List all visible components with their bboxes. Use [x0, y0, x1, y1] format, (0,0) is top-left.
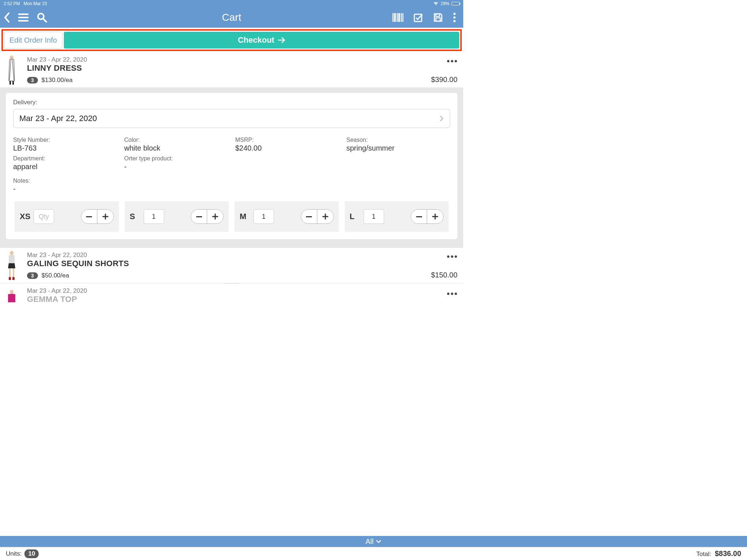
action-row-highlight: Edit Order Info Checkout — [1, 29, 462, 51]
color-value: white block — [124, 144, 228, 152]
qty-input[interactable]: 1 — [253, 209, 274, 224]
product-more-icon[interactable]: ••• — [447, 252, 458, 262]
svg-rect-25 — [9, 277, 11, 280]
season-value: spring/summer — [347, 144, 450, 152]
qty-badge: 3 — [27, 272, 38, 279]
product-dates: Mar 23 - Apr 22, 2020 — [27, 287, 458, 295]
svg-rect-19 — [416, 216, 422, 217]
status-date: Mon Mar 23 — [24, 1, 47, 6]
department-value: apparel — [13, 163, 117, 171]
barcode-icon[interactable] — [392, 13, 403, 22]
checkout-label: Checkout — [238, 35, 274, 45]
product-thumbnail — [2, 55, 21, 85]
status-time: 2:52 PM — [4, 1, 20, 6]
svg-rect-21 — [432, 216, 438, 217]
wifi-icon — [433, 2, 438, 5]
svg-rect-13 — [196, 216, 202, 217]
svg-rect-15 — [212, 216, 218, 217]
svg-rect-1 — [414, 14, 422, 22]
qty-stepper — [191, 209, 224, 224]
product-details-panel: Delivery: Mar 23 - Apr 22, 2020 Style Nu… — [0, 88, 463, 248]
product-more-icon[interactable]: ••• — [447, 289, 458, 299]
plus-button[interactable] — [97, 210, 113, 223]
plus-button[interactable] — [207, 210, 223, 223]
minus-button[interactable] — [301, 210, 317, 223]
size-box-xs: XS Qty — [15, 201, 119, 232]
svg-point-5 — [453, 16, 456, 19]
arrow-right-icon — [278, 37, 285, 43]
product-dates: Mar 23 - Apr 22, 2020 — [27, 56, 458, 63]
notes-value: - — [13, 185, 450, 193]
svg-rect-12 — [102, 216, 108, 217]
size-box-m: M 1 — [235, 201, 339, 232]
product-total: $390.00 — [431, 75, 457, 84]
order-type-value: - — [124, 163, 228, 171]
delivery-select[interactable]: Mar 23 - Apr 22, 2020 — [13, 109, 450, 128]
size-box-s: S 1 — [125, 201, 229, 232]
svg-rect-9 — [12, 81, 14, 85]
checkbox-icon[interactable] — [414, 13, 423, 22]
svg-rect-10 — [86, 216, 92, 217]
minus-button[interactable] — [191, 210, 207, 223]
msrp-label: MSRP: — [235, 137, 339, 143]
plus-button[interactable] — [317, 210, 333, 223]
svg-rect-2 — [436, 14, 440, 16]
product-row[interactable]: Mar 23 - Apr 22, 2020 GEMMA TOP ••• — [0, 285, 463, 304]
search-icon[interactable] — [36, 12, 47, 23]
svg-point-6 — [453, 20, 456, 22]
product-thumbnail — [2, 250, 21, 281]
status-bar: 2:52 PM Mon Mar 23 29% — [0, 0, 463, 7]
qty-input[interactable]: 1 — [364, 209, 384, 224]
size-box-l: L 1 — [345, 201, 449, 232]
qty-input[interactable]: Qty — [34, 209, 54, 224]
battery-percent: 29% — [441, 1, 449, 6]
more-icon[interactable] — [453, 12, 456, 23]
battery-icon — [452, 2, 460, 5]
department-label: Department: — [13, 155, 117, 162]
product-total: $150.00 — [431, 271, 457, 279]
chevron-right-icon — [440, 115, 444, 122]
minus-button[interactable] — [411, 210, 427, 223]
product-dates: Mar 23 - Apr 22, 2020 — [27, 252, 458, 259]
svg-rect-18 — [322, 216, 328, 217]
product-row[interactable]: Mar 23 - Apr 22, 2020 LINNY DRESS 3 $130… — [0, 52, 463, 88]
delivery-label: Delivery: — [13, 99, 450, 106]
svg-rect-24 — [13, 268, 14, 277]
checkout-button[interactable]: Checkout — [64, 32, 459, 48]
size-label: S — [130, 212, 139, 221]
svg-point-27 — [10, 290, 13, 294]
svg-point-22 — [10, 251, 13, 255]
order-type-label: Orter type product: — [124, 155, 228, 162]
color-label: Color: — [124, 137, 228, 143]
save-icon[interactable] — [433, 13, 443, 22]
delivery-value: Mar 23 - Apr 22, 2020 — [19, 114, 97, 123]
menu-icon[interactable] — [18, 13, 28, 22]
qty-stepper — [301, 209, 334, 224]
minus-button[interactable] — [81, 210, 97, 223]
product-more-icon[interactable]: ••• — [447, 56, 458, 66]
svg-point-4 — [453, 13, 456, 15]
size-label: M — [240, 212, 249, 221]
app-header: Cart — [0, 7, 463, 28]
product-name: GEMMA TOP — [27, 295, 458, 304]
qty-stepper — [411, 209, 444, 224]
qty-input[interactable]: 1 — [144, 209, 164, 224]
svg-rect-8 — [9, 81, 11, 85]
edit-order-button[interactable]: Edit Order Info — [4, 32, 62, 48]
svg-rect-26 — [12, 277, 15, 280]
product-row[interactable]: Mar 23 - Apr 22, 2020 GALING SEQUIN SHOR… — [0, 248, 463, 283]
style-number-value: LB-763 — [13, 144, 117, 152]
size-label: XS — [20, 212, 29, 221]
season-label: Season: — [347, 137, 450, 143]
svg-rect-16 — [306, 216, 312, 217]
size-label: L — [350, 212, 359, 221]
plus-button[interactable] — [427, 210, 443, 223]
back-icon[interactable] — [4, 12, 10, 23]
qty-stepper — [81, 209, 114, 224]
svg-rect-23 — [9, 268, 11, 277]
product-thumbnail — [2, 287, 21, 304]
product-name: LINNY DRESS — [27, 63, 458, 73]
product-name: GALING SEQUIN SHORTS — [27, 259, 458, 268]
qty-badge: 3 — [27, 77, 38, 83]
style-number-label: Style Number: — [13, 137, 117, 143]
